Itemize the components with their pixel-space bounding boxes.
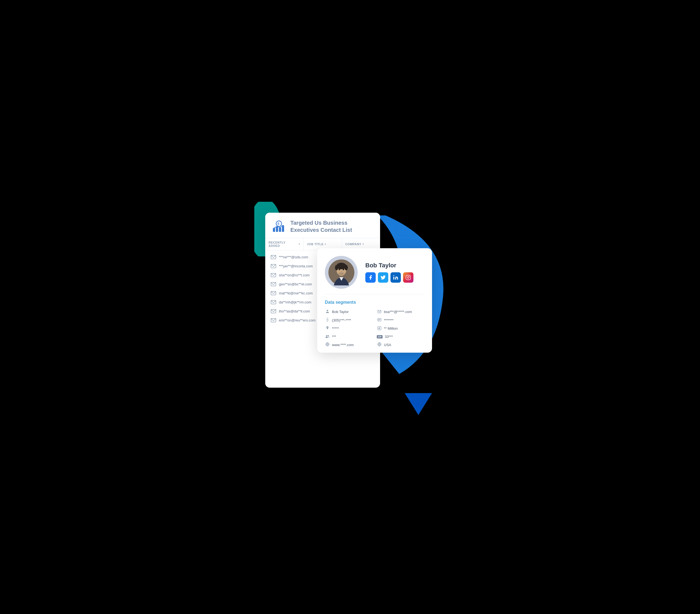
avatar (325, 256, 358, 289)
svg-text:$: $ (277, 222, 279, 225)
dollar-icon (377, 326, 382, 331)
svg-point-40 (328, 335, 329, 337)
mail-icon (271, 255, 276, 259)
segment-phone: (305)***-**** (325, 318, 372, 323)
mail-icon (271, 273, 276, 277)
instagram-button[interactable] (403, 272, 413, 283)
chevron-icon: ▾ (325, 243, 326, 246)
svg-rect-32 (327, 320, 327, 320)
svg-rect-5 (279, 227, 281, 232)
svg-point-39 (326, 335, 327, 337)
team-icon (325, 334, 330, 339)
mail-icon (271, 309, 276, 313)
chevron-icon: ▾ (363, 243, 364, 246)
segment-website: www.****.com (325, 342, 372, 347)
email-icon (377, 310, 382, 314)
segment-zip: ZIP 33*** (377, 334, 424, 339)
svg-point-21 (342, 268, 344, 270)
twitter-button[interactable] (378, 272, 388, 283)
panel-title: Targeted Us Business Executives Contact … (290, 219, 374, 234)
svg-point-36 (378, 319, 379, 321)
svg-rect-4 (276, 226, 278, 232)
chevron-icon: ▾ (299, 243, 300, 246)
mail-icon (271, 282, 276, 286)
zip-badge: ZIP (377, 335, 383, 338)
filter-recently-added[interactable]: RECENTLY ADDED ▾ (265, 238, 303, 250)
globe-icon (325, 342, 330, 347)
card-name-section: Bob Taylor (365, 262, 424, 283)
segment-revenue: ** Million (377, 326, 424, 331)
segment-country: USA (377, 342, 424, 347)
svg-point-18 (335, 265, 338, 271)
svg-point-23 (393, 275, 394, 276)
svg-rect-6 (282, 225, 284, 232)
svg-rect-24 (406, 275, 411, 280)
location-icon (325, 326, 330, 331)
svg-point-19 (345, 265, 348, 271)
segment-email: bsa***@*****.com (377, 309, 424, 314)
person-face-icon (328, 260, 354, 285)
segment-employees: *** (325, 334, 372, 339)
card-top: Bob Taylor (325, 256, 424, 295)
chart-logo-icon: $ (272, 219, 286, 234)
svg-rect-3 (273, 228, 275, 232)
svg-point-26 (327, 310, 328, 311)
svg-rect-31 (327, 319, 328, 320)
social-icons (365, 272, 424, 283)
arrow-decoration (405, 393, 432, 415)
facebook-button[interactable] (365, 272, 376, 283)
mail-icon (271, 291, 276, 295)
world-icon (377, 342, 382, 347)
person-icon (325, 309, 330, 314)
linkedin-button[interactable] (390, 272, 401, 283)
svg-rect-33 (327, 320, 328, 320)
contact-name: Bob Taylor (365, 262, 424, 269)
data-grid: Bob Taylor bsa***@*****.com (305)***-***… (325, 309, 424, 347)
segment-location: ***** (325, 326, 372, 331)
svg-point-22 (338, 272, 345, 275)
mail-icon (271, 300, 276, 304)
segment-id: ******* (377, 318, 424, 323)
mail-icon (271, 318, 276, 322)
contact-card: Bob Taylor Data segments (317, 248, 432, 353)
panel-header: $ Targeted Us Business Executives Contac… (265, 213, 380, 238)
data-segments-title: Data segments (325, 300, 424, 305)
segment-name: Bob Taylor (325, 309, 372, 314)
svg-point-20 (338, 268, 340, 270)
id-icon (377, 318, 382, 323)
mail-icon (271, 264, 276, 268)
phone-icon (325, 318, 330, 323)
